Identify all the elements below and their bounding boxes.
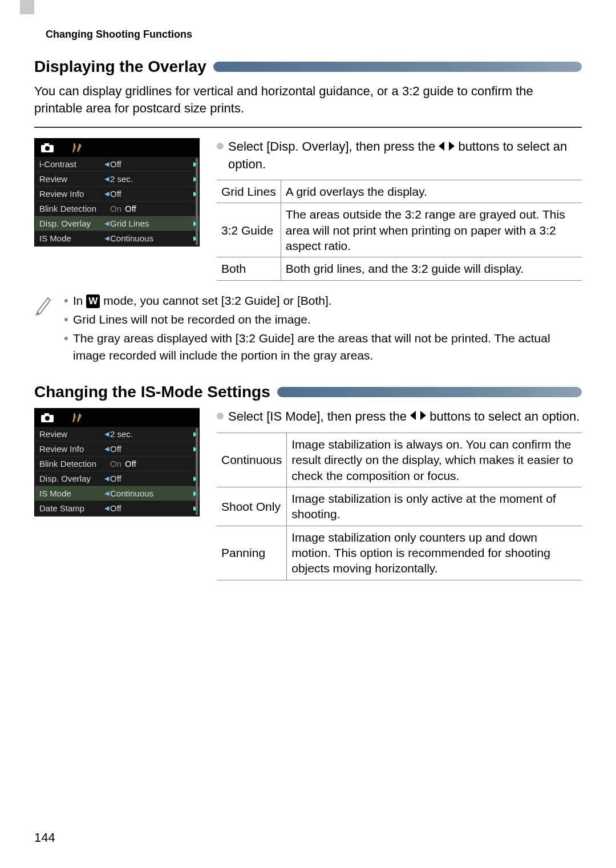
running-header: Changing Shooting Functions [46, 29, 582, 41]
menu-label: Disp. Overlay [35, 219, 103, 228]
note-item: In W mode, you cannot set [3:2 Guide] or… [64, 292, 582, 309]
camera-tab-icon [40, 413, 54, 423]
title-bar-decoration [277, 387, 582, 397]
page-number: 144 [34, 830, 55, 845]
page-tab [20, 0, 34, 14]
option-name: Continuous [217, 433, 287, 487]
menu-row: IS Mode◀Continuous▶ [35, 231, 199, 246]
menu-label: Review [35, 429, 103, 439]
svg-point-7 [45, 416, 50, 421]
svg-point-2 [45, 146, 50, 151]
triangle-left-icon: ◀ [103, 430, 110, 438]
camera-lcd-menu: Review◀2 sec.▶Review Info◀Off▶Blink Dete… [34, 408, 200, 516]
section-title: Changing the IS-Mode Settings [34, 383, 270, 401]
option-desc: Image stabilization is only active at th… [287, 487, 582, 526]
table-row: Grid LinesA grid overlays the display. [217, 180, 582, 203]
menu-label: Blink Detection [35, 204, 103, 213]
svg-marker-4 [449, 142, 455, 151]
table-row: Shoot OnlyImage stabilization is only ac… [217, 487, 582, 526]
menu-value: OnOff [110, 459, 192, 469]
triangle-left-icon: ◀ [103, 445, 110, 453]
section-title-row: Displaying the Overlay [34, 58, 582, 76]
step-bullet-icon [217, 413, 224, 419]
section-intro: You can display gridlines for vertical a… [34, 83, 582, 116]
menu-value: Off [110, 159, 192, 169]
scrollbar [196, 158, 198, 245]
left-right-arrows-icon [439, 139, 455, 156]
triangle-left-icon: ◀ [103, 175, 110, 183]
table-row: PanningImage stabilization only counters… [217, 526, 582, 580]
menu-row: Review Info◀Off▶ [35, 442, 199, 457]
note-item: Grid Lines will not be recorded on the i… [64, 311, 582, 328]
note-block: In W mode, you cannot set [3:2 Guide] or… [34, 292, 582, 366]
options-table: ContinuousImage stabilization is always … [217, 433, 582, 580]
triangle-left-icon: ◀ [103, 490, 110, 497]
menu-row: Review◀2 sec.▶ [35, 427, 199, 442]
menu-row: Disp. Overlay◀Grid Lines▶ [35, 216, 199, 231]
table-row: BothBoth grid lines, and the 3:2 guide w… [217, 257, 582, 280]
section-title: Displaying the Overlay [34, 58, 206, 76]
option-name: Both [217, 257, 281, 280]
menu-value: 2 sec. [110, 174, 192, 184]
menu-row: i-Contrast◀Off▶ [35, 157, 199, 172]
menu-value: Continuous [110, 488, 192, 498]
section-title-row: Changing the IS-Mode Settings [34, 383, 582, 401]
svg-marker-8 [410, 411, 416, 420]
triangle-left-icon: ◀ [103, 160, 110, 168]
svg-rect-6 [44, 413, 49, 415]
menu-label: Blink Detection [35, 459, 103, 469]
menu-label: Review Info [35, 189, 103, 199]
step-instruction: Select [IS Mode], then press the buttons… [217, 408, 582, 426]
svg-rect-1 [44, 143, 49, 146]
menu-row: Disp. Overlay◀Off▶ [35, 471, 199, 486]
menu-value: 2 sec. [110, 429, 192, 439]
lcd-tabs [35, 409, 199, 427]
step-bullet-icon [217, 143, 224, 150]
menu-row: Date Stamp◀Off▶ [35, 501, 199, 516]
menu-row: IS Mode◀Continuous▶ [35, 486, 199, 501]
menu-value: Off [110, 444, 192, 454]
table-row: 3:2 GuideThe areas outside the 3:2 range… [217, 203, 582, 257]
pencil-note-icon [34, 294, 54, 320]
camera-tab-icon [40, 143, 54, 153]
menu-value: OnOff [110, 204, 192, 213]
triangle-left-icon: ◀ [103, 475, 110, 482]
menu-label: Disp. Overlay [35, 474, 103, 483]
option-name: Grid Lines [217, 180, 281, 203]
menu-label: IS Mode [35, 488, 103, 498]
left-right-arrows-icon [410, 409, 426, 426]
option-desc: Image stabilization is always on. You ca… [287, 433, 582, 487]
option-desc: Image stabilization only counters up and… [287, 526, 582, 580]
menu-value: Off [110, 474, 192, 483]
menu-label: IS Mode [35, 233, 103, 243]
menu-row: Review Info◀Off▶ [35, 187, 199, 201]
triangle-left-icon: ◀ [103, 220, 110, 227]
tools-tab-icon [71, 412, 83, 423]
tools-tab-icon [71, 142, 83, 154]
menu-row: Blink DetectionOnOff [35, 201, 199, 216]
menu-row: Blink DetectionOnOff [35, 457, 199, 471]
option-desc: A grid overlays the display. [281, 180, 582, 203]
triangle-left-icon: ◀ [103, 504, 110, 512]
step-instruction: Select [Disp. Overlay], then press the b… [217, 138, 582, 173]
note-item: The gray areas displayed with [3:2 Guide… [64, 330, 582, 364]
svg-marker-9 [420, 411, 426, 420]
svg-marker-3 [439, 142, 444, 151]
menu-value: Continuous [110, 233, 192, 243]
menu-value: Off [110, 189, 192, 199]
wide-mode-icon: W [86, 294, 100, 308]
menu-value: Grid Lines [110, 219, 192, 228]
option-name: Shoot Only [217, 487, 287, 526]
menu-label: Review Info [35, 444, 103, 454]
triangle-left-icon: ◀ [103, 235, 110, 242]
menu-label: Review [35, 174, 103, 184]
triangle-left-icon: ◀ [103, 190, 110, 197]
scrollbar [196, 428, 198, 515]
menu-value: Off [110, 503, 192, 513]
step-text-post: buttons to select an option. [426, 409, 579, 423]
lcd-tabs [35, 139, 199, 157]
step-text-pre: Select [Disp. Overlay], then press the [228, 139, 439, 154]
option-desc: The areas outside the 3:2 range are gray… [281, 203, 582, 257]
option-desc: Both grid lines, and the 3:2 guide will … [281, 257, 582, 280]
menu-label: i-Contrast [35, 159, 103, 169]
